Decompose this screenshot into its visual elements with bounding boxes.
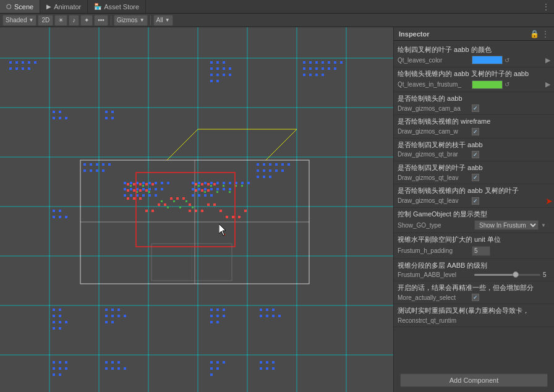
prop-cam-wireframe-row: Draw_gizmos_cam_w [398, 128, 550, 135]
color-picker-green[interactable] [472, 80, 503, 89]
accurate-select-checkbox[interactable] [472, 294, 479, 301]
svg-rect-140 [65, 321, 67, 323]
svg-rect-116 [241, 182, 244, 184]
svg-rect-86 [269, 176, 271, 178]
dots-btn[interactable]: ••• [94, 15, 108, 26]
qt-branch-aabb-checkbox[interactable] [472, 151, 479, 158]
svg-rect-41 [322, 74, 324, 76]
prop-cam-wireframe-label: 是否绘制镜头视锥的 wireframe [398, 117, 550, 126]
more-options-icon[interactable]: ⋮ [542, 2, 550, 12]
cam-aabb-checkbox[interactable] [472, 104, 479, 112]
light-btn[interactable]: ☀ [54, 15, 67, 26]
svg-rect-233 [142, 185, 144, 187]
prop-leaves-frustum: 绘制镜头视锥内的 aabb 叉树的叶子的 aabb Qt_leaves_in_f… [394, 67, 554, 92]
svg-rect-142 [59, 327, 61, 330]
color-picker-blue[interactable] [472, 56, 503, 64]
svg-rect-24 [28, 67, 30, 70]
tab-assetstore[interactable]: 🏪 Asset Store [88, 0, 146, 13]
svg-rect-211 [133, 197, 135, 200]
svg-rect-40 [315, 74, 318, 76]
svg-rect-197 [145, 183, 148, 185]
svg-rect-119 [198, 188, 200, 190]
qt-leaf-frustum-checkbox[interactable] [472, 197, 479, 205]
tab-scene[interactable]: ⬡ Scene [0, 0, 40, 13]
h-padding-input[interactable] [472, 246, 490, 256]
svg-rect-213 [145, 210, 148, 212]
prop-leaves-color-name: Qt_leaves_color [398, 57, 472, 64]
svg-rect-228 [232, 216, 234, 218]
svg-rect-192 [266, 367, 268, 370]
svg-rect-199 [127, 189, 129, 192]
prop-leaves-frustum-row: Qt_leaves_in_frustum_ ↺ ▶ [398, 80, 550, 89]
svg-rect-175 [260, 309, 262, 311]
svg-rect-83 [281, 169, 284, 172]
svg-rect-51 [210, 61, 213, 64]
svg-rect-208 [201, 189, 203, 192]
svg-rect-238 [216, 191, 218, 193]
svg-rect-161 [111, 361, 114, 364]
scene-view[interactable] [0, 27, 393, 392]
svg-rect-23 [22, 67, 24, 70]
color2-reset-icon[interactable]: ↺ [505, 81, 509, 88]
fx-btn[interactable]: ✦ [80, 15, 93, 26]
svg-rect-222 [195, 210, 197, 212]
inspector-menu-icon[interactable]: ⋮ [542, 30, 549, 38]
svg-rect-130 [59, 210, 61, 212]
scene-svg [0, 27, 393, 392]
qt-leaf-aabb-checkbox[interactable] [472, 174, 479, 181]
prop-qt-leaf-aabb-row: Draw_gizmos_qt_leav [398, 174, 550, 181]
svg-rect-247 [185, 200, 187, 202]
svg-rect-183 [216, 361, 219, 364]
svg-rect-19 [28, 61, 30, 64]
svg-rect-248 [192, 207, 194, 208]
svg-rect-135 [59, 309, 61, 311]
aabb-level-slider[interactable] [474, 274, 540, 276]
svg-rect-156 [59, 367, 61, 370]
cam-wireframe-checkbox[interactable] [472, 128, 479, 135]
svg-rect-21 [9, 67, 12, 70]
svg-rect-154 [65, 361, 67, 364]
color-expand-icon[interactable]: ▶ [545, 56, 550, 64]
add-component-button[interactable]: Add Component [400, 373, 548, 387]
svg-rect-64 [83, 163, 86, 166]
svg-rect-121 [210, 188, 213, 190]
svg-rect-144 [111, 309, 114, 311]
svg-rect-50 [111, 117, 114, 119]
prop-leaves-color-label: 绘制四叉树的叶子 aabb 的颜色 [398, 45, 550, 54]
prop-accurate-select-name: More_actually_select [398, 294, 472, 301]
audio-btn[interactable]: ♪ [69, 15, 79, 26]
svg-rect-42 [53, 111, 55, 113]
go-display-select[interactable]: Show In Frustum Show All Hide All [474, 220, 539, 230]
color2-expand-icon[interactable]: ▶ [545, 80, 550, 88]
svg-rect-182 [210, 361, 213, 364]
svg-rect-34 [315, 67, 318, 70]
svg-rect-53 [223, 61, 225, 64]
svg-rect-149 [124, 315, 126, 317]
prop-h-padding: 视锥水平剔除空间扩大的 unit 单位 Frustum_h_padding [394, 233, 554, 258]
main-area: Inspector 🔒 ⋮ 绘制四叉树的叶子 aabb 的颜色 Qt_leave… [0, 27, 554, 392]
gizmos-dropdown[interactable]: Gizmos ▼ [114, 15, 148, 26]
prop-qt-branch-aabb-name: Draw_gizmos_qt_brar [398, 151, 472, 158]
svg-rect-79 [257, 169, 259, 172]
prop-go-display-row: Show_GO_type Show In Frustum Show All Hi… [398, 220, 550, 230]
prop-qt-leaf-frustum-name: Draw_gizmos_qt_leav [398, 197, 472, 204]
svg-rect-78 [288, 163, 290, 166]
svg-rect-210 [127, 197, 129, 200]
svg-rect-134 [53, 309, 55, 311]
canvas-area[interactable] [0, 27, 393, 392]
shading-dropdown[interactable]: Shaded ▼ [2, 15, 36, 26]
color-reset-icon[interactable]: ↺ [505, 57, 509, 64]
lock-icon[interactable]: 🔒 [530, 30, 539, 38]
svg-rect-235 [198, 185, 200, 187]
svg-rect-58 [210, 74, 213, 76]
svg-rect-32 [303, 67, 305, 70]
svg-rect-59 [216, 74, 219, 76]
all-dropdown[interactable]: All ▼ [153, 15, 173, 26]
svg-rect-174 [216, 321, 219, 323]
svg-rect-206 [213, 183, 216, 185]
svg-rect-229 [238, 216, 241, 218]
2d-toggle[interactable]: 2D [38, 15, 53, 26]
tab-animator[interactable]: ▶ Animator [40, 0, 88, 13]
svg-rect-164 [111, 367, 114, 370]
svg-rect-219 [182, 197, 185, 200]
